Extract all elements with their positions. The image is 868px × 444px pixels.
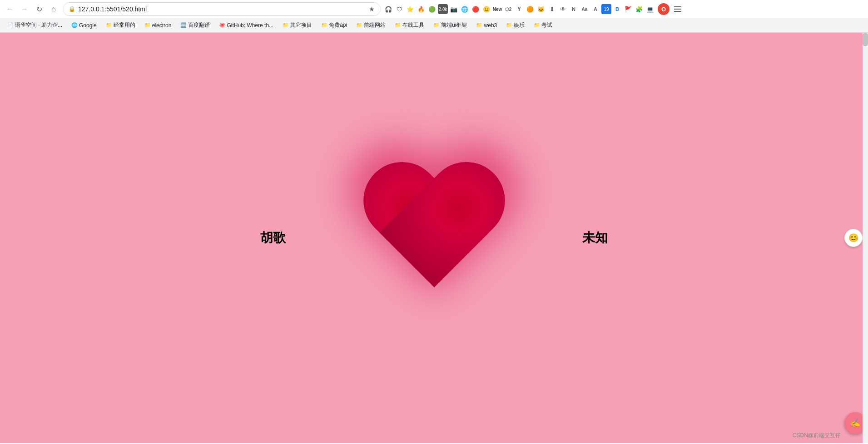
url-input[interactable]: 127.0.0.1:5501/520.html (78, 5, 366, 13)
folder-icon-7: 📁 (433, 22, 440, 28)
page-content: 胡歌 未知 😊 ✍ CSDN@前端交互仔 (0, 33, 868, 443)
ext-face[interactable]: 😐 (481, 4, 491, 14)
ext-2[interactable]: ⬡2 (503, 4, 513, 14)
translate-icon: 🔤 (180, 22, 187, 28)
nav-buttons: ← → ↻ ⌂ (4, 3, 60, 15)
folder-icon-10: 📁 (534, 22, 540, 28)
ext-tablet[interactable]: 💻 (645, 4, 655, 14)
bookmark-frontend[interactable]: 📁 前端网站 (352, 20, 389, 30)
bookmark-tools[interactable]: 📁 在线工具 (391, 20, 428, 30)
folder-icon-6: 📁 (395, 22, 401, 28)
bookmarks-bar: 📄 语雀空间 · 助力企... 🌐 Google 📁 经常用的 📁 electr… (0, 18, 868, 33)
ext-download[interactable]: ⬇ (547, 4, 557, 14)
ext-cat[interactable]: 🐱 (536, 4, 546, 14)
bookmark-github[interactable]: 🐙 GitHub: Where th... (215, 21, 277, 30)
address-bar[interactable]: 🔒 127.0.0.1:5501/520.html ★ (63, 2, 381, 16)
watermark: CSDN@前端交互仔 (793, 432, 841, 439)
ext-chrome[interactable]: 🌐 (460, 4, 470, 14)
scrollbar-track[interactable] (863, 33, 868, 443)
float-button-1[interactable]: 😊 (844, 229, 863, 247)
ext-orange[interactable]: 🟠 (525, 4, 535, 14)
bookmark-web3[interactable]: 📁 web3 (472, 21, 501, 30)
bookmark-entertainment[interactable]: 📁 娱乐 (502, 20, 528, 30)
folder-icon-4: 📁 (321, 22, 327, 28)
browser-top-bar: ← → ↻ ⌂ 🔒 127.0.0.1:5501/520.html ★ 🎧 🛡 … (0, 0, 868, 18)
bookmark-google[interactable]: 🌐 Google (68, 21, 100, 30)
browser-menu-button[interactable] (672, 4, 683, 15)
ext-fire[interactable]: 🔥 (416, 4, 426, 14)
ext-a[interactable]: A (590, 4, 600, 14)
folder-icon-1: 📁 (106, 22, 112, 28)
folder-icon-5: 📁 (356, 22, 362, 28)
heart-shape (357, 165, 511, 306)
bookmark-free-api[interactable]: 📁 免费api (317, 20, 351, 30)
home-button[interactable]: ⌂ (47, 3, 60, 15)
folder-icon-3: 📁 (283, 22, 289, 28)
ext-circle[interactable]: 🟢 (427, 4, 437, 14)
ext-b[interactable]: B (612, 4, 622, 14)
write-icon: ✍ (850, 418, 860, 428)
ext-2k[interactable]: 2.0k (438, 4, 448, 14)
github-icon: 🐙 (219, 22, 225, 28)
bookmark-electron[interactable]: 📁 electron (141, 21, 175, 30)
ext-camera[interactable]: 📷 (449, 4, 459, 14)
yuque-icon: 📄 (7, 22, 14, 28)
name-right: 未知 (582, 229, 608, 247)
folder-icon-8: 📁 (476, 22, 482, 28)
scrollbar-thumb[interactable] (863, 33, 868, 46)
ext-y[interactable]: Y (514, 4, 524, 14)
bookmark-yuque[interactable]: 📄 语雀空间 · 助力企... (4, 20, 66, 30)
bookmark-qita[interactable]: 📁 其它项目 (279, 20, 316, 30)
back-button[interactable]: ← (4, 3, 16, 15)
ext-n[interactable]: N (569, 4, 579, 14)
ext-19[interactable]: 19 (601, 4, 611, 14)
forward-button[interactable]: → (18, 3, 31, 15)
lock-icon: 🔒 (69, 6, 75, 12)
ext-shield[interactable]: 🛡 (394, 4, 404, 14)
folder-icon-2: 📁 (144, 22, 151, 28)
browser-chrome: ← → ↻ ⌂ 🔒 127.0.0.1:5501/520.html ★ 🎧 🛡 … (0, 0, 868, 33)
ext-star[interactable]: ⭐ (405, 4, 415, 14)
ext-eye[interactable]: 👁 (558, 4, 568, 14)
ext-aa[interactable]: Aa (580, 4, 590, 14)
ext-new[interactable]: New (492, 4, 502, 14)
name-left: 胡歌 (260, 229, 286, 247)
extensions-area: 🎧 🛡 ⭐ 🔥 🟢 2.0k 📷 🌐 🔴 😐 New ⬡2 Y 🟠 🐱 ⬇ 👁 … (383, 4, 655, 14)
ext-headphones[interactable]: 🎧 (383, 4, 393, 14)
bookmark-changyong[interactable]: 📁 经常用的 (102, 20, 139, 30)
ext-flag[interactable]: 🚩 (623, 4, 633, 14)
ext-pink[interactable]: 🔴 (471, 4, 481, 14)
google-icon: 🌐 (71, 22, 78, 28)
bookmark-ui[interactable]: 📁 前端ui框架 (430, 20, 471, 30)
reload-button[interactable]: ↻ (33, 3, 45, 15)
bookmark-star-button[interactable]: ★ (369, 5, 375, 13)
ext-puzzle[interactable]: 🧩 (634, 4, 644, 14)
folder-icon-9: 📁 (506, 22, 512, 28)
smiley-icon: 😊 (848, 233, 858, 243)
bookmark-exam[interactable]: 📁 考试 (530, 20, 556, 30)
profile-button[interactable]: O (658, 3, 670, 15)
bookmark-baidu[interactable]: 🔤 百度翻译 (177, 20, 213, 30)
